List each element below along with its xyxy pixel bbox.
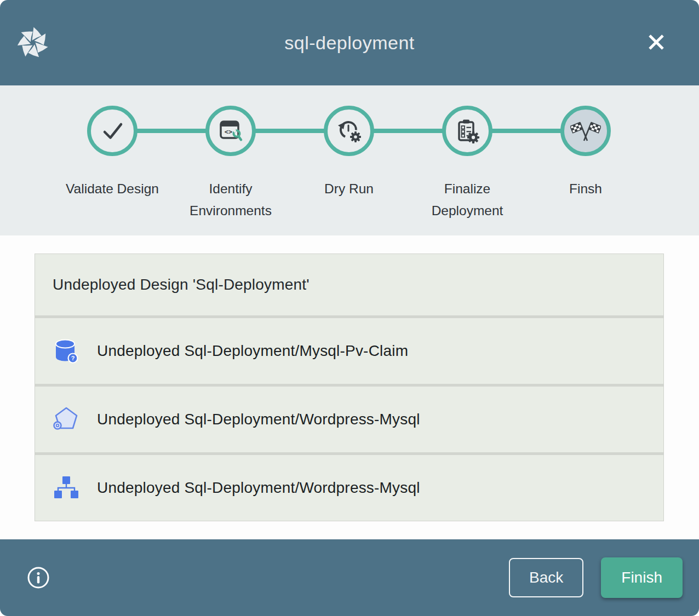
code-window-wrench-icon: <> (217, 117, 244, 145)
step-circle-finish[interactable] (560, 106, 611, 156)
svg-text:<>: <> (225, 128, 232, 136)
modal-title: sql-deployment (0, 0, 699, 85)
modal-header: sql-deployment (0, 0, 699, 85)
list-item: Undeployed Sql-Deployment/Wordpress-Mysq… (35, 455, 663, 521)
step-label: Dry Run (324, 178, 374, 200)
design-status-text: Undeployed Design 'Sql-Deployment' (53, 276, 310, 293)
step-label: Identify Environments (175, 178, 287, 222)
step-label: Finalize Deployment (411, 178, 523, 222)
component-status-text: Undeployed Sql-Deployment/Wordpress-Mysq… (97, 479, 420, 497)
step-circle-finalize[interactable] (442, 106, 492, 156)
component-status-text: Undeployed Sql-Deployment/Wordpress-Mysq… (97, 411, 420, 428)
info-icon[interactable] (26, 566, 50, 590)
list-item: Undeployed Sql-Deployment/Wordpress-Mysq… (35, 387, 663, 452)
check-icon (98, 117, 127, 145)
deployment-wizard-modal: sql-deployment Validate Design (0, 0, 699, 616)
deployment-stepper: Validate Design <> Identify (0, 85, 699, 235)
clipboard-gear-icon (454, 117, 481, 145)
list-item: Undeployed Design 'Sql-Deployment' (35, 254, 663, 315)
step-label: Finsh (569, 178, 602, 200)
finish-button[interactable]: Finish (601, 557, 683, 598)
step-identify-environments: <> Identify Environments (171, 85, 290, 222)
step-circle-validate[interactable] (87, 106, 137, 156)
back-button[interactable]: Back (509, 558, 583, 597)
database-icon: ? (52, 337, 81, 365)
step-validate-design: Validate Design (53, 85, 171, 222)
hierarchy-icon (52, 474, 81, 502)
component-status-text: Undeployed Sql-Deployment/Mysql-Pv-Claim (97, 342, 408, 360)
step-circle-dry-run[interactable] (324, 106, 374, 156)
step-finish: Finsh (526, 85, 645, 222)
step-circle-identify[interactable]: <> (205, 106, 256, 156)
list-item: ? Undeployed Sql-Deployment/Mysql-Pv-Cla… (35, 318, 663, 384)
svg-text:?: ? (71, 355, 75, 361)
modal-footer: Back Finish (0, 539, 699, 616)
sync-gear-icon (335, 117, 363, 145)
step-finalize-deployment: Finalize Deployment (408, 85, 526, 222)
checkered-flags-icon (570, 116, 601, 146)
close-icon[interactable] (644, 30, 668, 54)
step-label: Validate Design (66, 178, 159, 200)
pod-icon (52, 405, 81, 434)
deployment-summary: Undeployed Design 'Sql-Deployment' ? Und… (0, 235, 699, 539)
undeployed-list: Undeployed Design 'Sql-Deployment' ? Und… (35, 254, 664, 521)
step-dry-run: Dry Run (290, 85, 408, 222)
